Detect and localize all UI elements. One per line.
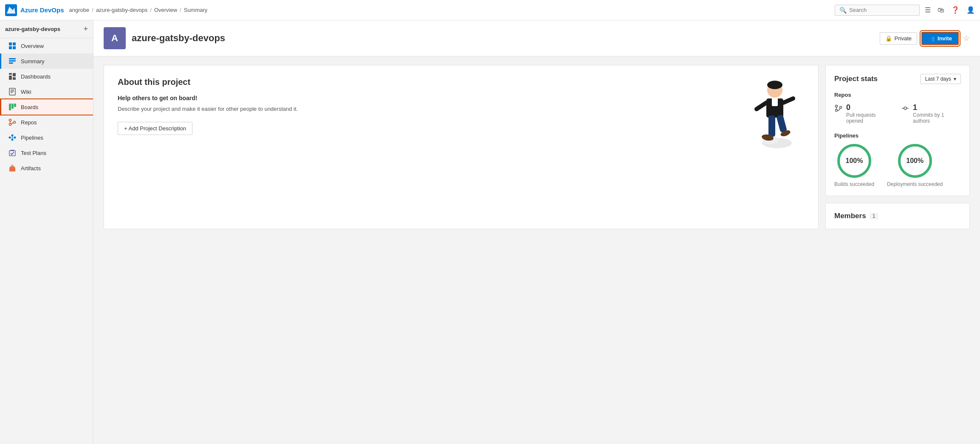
stats-period-label: Last 7 days bbox=[925, 76, 951, 82]
sidebar-item-repos[interactable]: Repos bbox=[0, 115, 93, 130]
svg-rect-6 bbox=[9, 58, 16, 59]
svg-point-28 bbox=[14, 137, 16, 139]
deployments-label: Deployments succeeded bbox=[887, 181, 943, 187]
pull-requests-count: 0 bbox=[846, 103, 892, 112]
svg-point-25 bbox=[9, 137, 11, 139]
members-header: Members 1 bbox=[834, 212, 961, 220]
project-header-left: A azure-gatsby-devops bbox=[104, 27, 225, 49]
breadcrumb-sep-2: / bbox=[180, 7, 181, 13]
sidebar-item-repos-label: Repos bbox=[21, 119, 37, 126]
svg-rect-9 bbox=[9, 73, 12, 75]
breadcrumb-item-0[interactable]: angrobe bbox=[69, 7, 90, 13]
svg-rect-17 bbox=[9, 104, 11, 110]
svg-line-24 bbox=[11, 123, 14, 124]
svg-point-20 bbox=[9, 119, 11, 121]
members-card: Members 1 bbox=[825, 203, 970, 229]
builds-percent: 100% bbox=[846, 157, 863, 165]
svg-rect-19 bbox=[14, 104, 16, 107]
dashboards-icon bbox=[8, 72, 17, 81]
commits-stat: 1 Commits by 1 authors bbox=[901, 103, 961, 124]
svg-rect-13 bbox=[9, 88, 15, 95]
search-box[interactable]: 🔍 bbox=[835, 5, 920, 16]
sidebar-item-dashboards[interactable]: Dashboards bbox=[0, 69, 93, 84]
sidebar-item-boards[interactable]: Boards bbox=[0, 99, 93, 115]
sidebar: azure-gatsby-devops + Overview Summary D… bbox=[0, 20, 93, 444]
project-header-right: 🔒 Private 👥 Invite ☆ bbox=[880, 32, 970, 45]
builds-label: Builds succeeded bbox=[834, 181, 874, 187]
deployments-stat: 100% Deployments succeeded bbox=[887, 144, 943, 187]
app-logo[interactable]: Azure DevOps bbox=[5, 4, 64, 16]
svg-rect-41 bbox=[772, 98, 778, 106]
repos-section-title: Repos bbox=[834, 92, 961, 98]
sidebar-item-boards-label: Boards bbox=[21, 104, 38, 110]
sidebar-item-test-plans[interactable]: Test Plans bbox=[0, 145, 93, 160]
breadcrumb-item-2[interactable]: Overview bbox=[154, 7, 177, 13]
sidebar-item-wiki[interactable]: Wiki bbox=[0, 84, 93, 99]
sidebar-item-summary-label: Summary bbox=[21, 58, 45, 65]
add-desc-label: + Add Project Description bbox=[124, 125, 186, 132]
pipelines-stats: 100% Builds succeeded 100% Deployments s… bbox=[834, 144, 961, 187]
invite-button[interactable]: 👥 Invite bbox=[921, 32, 959, 45]
commits-label: Commits by 1 authors bbox=[913, 112, 961, 124]
sidebar-item-pipelines[interactable]: Pipelines bbox=[0, 130, 93, 145]
pull-requests-stat: 0 Pull requests opened bbox=[834, 103, 892, 124]
shopping-bag-icon[interactable]: 🛍 bbox=[938, 6, 944, 14]
top-nav: Azure DevOps angrobe / azure-gatsby-devo… bbox=[0, 0, 980, 20]
svg-point-52 bbox=[904, 107, 907, 110]
sidebar-item-overview[interactable]: Overview bbox=[0, 38, 93, 53]
breadcrumb-item-1[interactable]: azure-gatsby-devops bbox=[96, 7, 147, 13]
svg-rect-11 bbox=[9, 76, 12, 80]
private-label: Private bbox=[895, 35, 912, 42]
wiki-icon bbox=[8, 87, 17, 96]
breadcrumb-sep-1: / bbox=[150, 7, 152, 13]
pull-requests-label: Pull requests opened bbox=[846, 112, 892, 124]
svg-rect-4 bbox=[9, 46, 12, 49]
sidebar-item-artifacts-label: Artifacts bbox=[21, 165, 41, 171]
main-layout: azure-gatsby-devops + Overview Summary D… bbox=[0, 20, 980, 444]
breadcrumb-sep-0: / bbox=[92, 7, 93, 13]
running-person-svg bbox=[739, 77, 802, 149]
invite-label: Invite bbox=[938, 35, 952, 42]
stats-period-button[interactable]: Last 7 days ▾ bbox=[921, 74, 961, 84]
private-button[interactable]: 🔒 Private bbox=[880, 32, 917, 45]
sidebar-item-test-plans-label: Test Plans bbox=[21, 150, 46, 156]
app-name: Azure DevOps bbox=[20, 6, 64, 14]
search-icon: 🔍 bbox=[839, 7, 847, 14]
pull-requests-info: 0 Pull requests opened bbox=[846, 103, 892, 124]
sidebar-item-summary[interactable]: Summary bbox=[0, 53, 93, 69]
svg-line-43 bbox=[783, 98, 793, 103]
sidebar-header: azure-gatsby-devops + bbox=[0, 20, 93, 38]
breadcrumb-item-3[interactable]: Summary bbox=[184, 7, 208, 13]
svg-point-27 bbox=[11, 139, 14, 141]
add-description-button[interactable]: + Add Project Description bbox=[118, 122, 192, 135]
help-icon[interactable]: ❓ bbox=[951, 6, 960, 14]
about-illustration bbox=[737, 77, 805, 149]
svg-point-48 bbox=[836, 105, 838, 107]
svg-point-50 bbox=[840, 107, 842, 109]
sidebar-item-pipelines-label: Pipelines bbox=[21, 135, 43, 141]
svg-rect-45 bbox=[776, 115, 787, 133]
builds-circle: 100% bbox=[837, 144, 871, 178]
content-area: A azure-gatsby-devops 🔒 Private 👥 Invite… bbox=[93, 20, 980, 444]
search-input[interactable] bbox=[849, 7, 915, 13]
sidebar-item-artifacts[interactable]: Artifacts bbox=[0, 160, 93, 176]
svg-rect-33 bbox=[9, 167, 15, 171]
project-avatar: A bbox=[104, 27, 126, 49]
azure-devops-logo-icon bbox=[5, 4, 17, 16]
sidebar-add-button[interactable]: + bbox=[83, 25, 88, 34]
sidebar-project-name: azure-gatsby-devops bbox=[5, 26, 60, 32]
stats-title: Project stats bbox=[834, 75, 878, 83]
sidebar-item-dashboards-label: Dashboards bbox=[21, 73, 51, 80]
svg-rect-2 bbox=[9, 42, 12, 45]
repos-icon bbox=[8, 118, 17, 126]
user-icon[interactable]: 👤 bbox=[966, 6, 975, 14]
star-icon[interactable]: ☆ bbox=[963, 34, 970, 43]
settings-icon[interactable]: ☰ bbox=[925, 6, 931, 14]
svg-point-49 bbox=[836, 110, 838, 112]
lock-icon: 🔒 bbox=[885, 35, 892, 42]
pipelines-icon bbox=[8, 133, 17, 142]
about-card-content: About this project Help others to get on… bbox=[118, 77, 737, 135]
svg-rect-8 bbox=[9, 62, 13, 64]
repos-stats: 0 Pull requests opened 1 Commits by 1 au… bbox=[834, 103, 961, 124]
commits-count: 1 bbox=[913, 103, 961, 112]
